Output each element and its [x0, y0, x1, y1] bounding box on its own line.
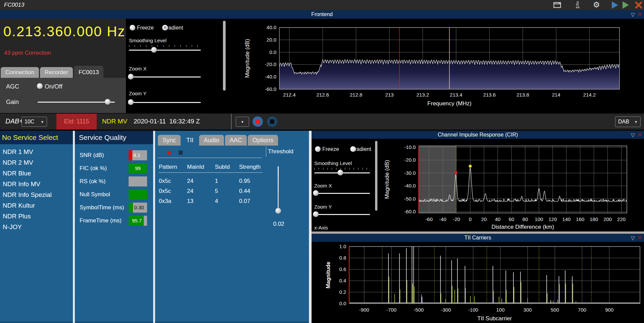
- tab-connection[interactable]: Connection: [1, 67, 39, 78]
- freeze-radio[interactable]: [130, 25, 135, 31]
- collapse-panel-icon[interactable]: ▽: [631, 235, 635, 240]
- gain-slider[interactable]: [38, 99, 115, 105]
- tab-fc0013[interactable]: FC0013: [74, 66, 103, 78]
- tab-audio[interactable]: Audio: [199, 135, 224, 146]
- svg-text:213.8: 213.8: [516, 92, 529, 98]
- cir-freeze-radio[interactable]: [315, 146, 321, 152]
- frontend-panel-header: Frontend ▽ ✕: [0, 10, 644, 19]
- svg-text:0.0: 0.0: [339, 301, 346, 306]
- mode-label: DAB+: [5, 117, 23, 125]
- detail-tabs-panel: Sync TII Audio AAC Options Threshold Pat…: [155, 131, 309, 323]
- svg-text:80: 80: [522, 216, 528, 222]
- svg-text:700: 700: [578, 307, 586, 313]
- svg-text:40.0: 40.0: [267, 24, 276, 30]
- svg-text:-40: -40: [439, 216, 447, 222]
- svg-text:160: 160: [576, 216, 584, 222]
- record-dot-icon: [256, 119, 260, 124]
- table-col-header: Pattern: [159, 164, 177, 170]
- tii-panel-title: TII Carriers: [312, 235, 644, 241]
- svg-text:40: 40: [495, 216, 501, 222]
- svg-text:180: 180: [590, 216, 598, 222]
- spectrum-controls-scrollbar[interactable]: [223, 21, 226, 91]
- tii-divider-line: [158, 158, 262, 158]
- svg-text:-50.0: -50.0: [404, 196, 416, 202]
- tab-tii[interactable]: TII: [182, 133, 198, 146]
- record-options-dropdown[interactable]: ▼: [236, 117, 249, 127]
- svg-text:60: 60: [509, 216, 514, 222]
- collapse-panel-icon[interactable]: ▽: [631, 132, 635, 138]
- service-item[interactable]: NDR Kultur: [3, 202, 35, 209]
- tab-recorder[interactable]: Recorder: [40, 67, 73, 78]
- chevron-down-icon: ▼: [634, 120, 638, 124]
- table-cell: 0.44: [239, 188, 250, 195]
- cir-zoom-x-label: Zoom X: [314, 183, 332, 189]
- threshold-slider-handle[interactable]: [275, 208, 281, 214]
- close-panel-icon[interactable]: ✕: [638, 235, 642, 240]
- svg-text:0: 0: [469, 216, 471, 222]
- channel-combobox[interactable]: 10C ▼: [21, 117, 47, 127]
- table-col-header: Strength: [239, 164, 261, 170]
- smoothing-label: Smoothing Level: [129, 38, 167, 43]
- service-item[interactable]: NDR Info Spezial: [3, 191, 52, 199]
- frequency-display: 0.213.360.000 Hz: [3, 23, 126, 40]
- info-icon[interactable]: [576, 1, 580, 10]
- svg-text:300: 300: [523, 307, 532, 313]
- freeze-label: Freeze: [137, 25, 154, 31]
- tii-record-icon[interactable]: [167, 151, 171, 155]
- tab-sync[interactable]: Sync: [158, 135, 181, 146]
- cir-smoothing-slider[interactable]: [314, 170, 370, 176]
- output-mode-combobox[interactable]: DAB ▼: [615, 116, 641, 127]
- svg-text:-10.0: -10.0: [404, 144, 416, 150]
- tab-aac[interactable]: AAC: [225, 135, 247, 146]
- cir-zoom-y-slider[interactable]: [314, 211, 370, 217]
- play-blue-icon[interactable]: [612, 1, 618, 9]
- cir-smoothing-label: Smoothing Level: [314, 160, 352, 166]
- quality-row-label: RS (ok %): [80, 176, 105, 186]
- gear-icon[interactable]: ⚙: [593, 0, 600, 9]
- table-cell: 0x3a: [159, 198, 171, 205]
- horizontal-splitter-handle[interactable]: [312, 231, 644, 234]
- service-item[interactable]: NDR 2 MV: [3, 159, 33, 166]
- close-panel-icon[interactable]: ✕: [638, 132, 642, 138]
- splitter-handle[interactable]: [309, 131, 312, 323]
- threshold-label: Threshold: [268, 148, 293, 155]
- record-button[interactable]: [252, 116, 263, 127]
- zoom-x-slider[interactable]: [129, 74, 201, 80]
- threshold-slider[interactable]: [275, 166, 281, 217]
- cir-plot: -60-40-20020406080100120140160180200220-…: [379, 139, 644, 231]
- quality-row-label: SNR (dB): [80, 150, 104, 160]
- service-item[interactable]: NDR 1 MV: [3, 148, 33, 156]
- service-item[interactable]: N-JOY: [3, 223, 22, 231]
- svg-text:0.6: 0.6: [339, 266, 346, 272]
- tii-stop-icon[interactable]: [179, 151, 183, 155]
- agc-radio[interactable]: [37, 83, 43, 89]
- service-item[interactable]: NDR Blue: [3, 170, 31, 177]
- ensemble-label: NDR MV: [102, 118, 127, 125]
- svg-text:-300: -300: [441, 307, 451, 313]
- svg-text:Magnitude (dB): Magnitude (dB): [384, 160, 390, 199]
- zoom-y-slider[interactable]: [129, 99, 201, 105]
- fc0013-tab-content: AGC On/Off Gain: [0, 78, 126, 113]
- play-green-icon[interactable]: [623, 1, 629, 9]
- table-cell: 5: [215, 188, 218, 195]
- svg-text:-500: -500: [414, 307, 424, 313]
- service-item[interactable]: NDR Info MV: [3, 180, 40, 188]
- close-panel-icon[interactable]: ✕: [638, 12, 642, 17]
- cir-controls-scrollbar[interactable]: [375, 141, 377, 211]
- table-cell: 0x5c: [159, 178, 171, 184]
- svg-text:-60.0: -60.0: [265, 86, 276, 92]
- svg-text:212.4: 212.4: [283, 92, 296, 98]
- agc-label: AGC: [6, 83, 19, 90]
- collapse-panel-icon[interactable]: ▽: [631, 12, 635, 17]
- window-icon[interactable]: [553, 2, 561, 9]
- svg-text:213.6: 213.6: [483, 92, 496, 98]
- service-item[interactable]: NDR Plus: [3, 213, 31, 220]
- smoothing-slider[interactable]: [129, 47, 201, 53]
- stop-button[interactable]: [267, 116, 277, 127]
- svg-text:120: 120: [548, 216, 557, 222]
- svg-text:220: 220: [617, 216, 626, 222]
- close-icon[interactable]: [635, 1, 643, 10]
- cir-zoom-x-slider[interactable]: [314, 190, 370, 196]
- table-col-header: SubId: [215, 164, 230, 170]
- tab-options[interactable]: Options: [248, 135, 278, 146]
